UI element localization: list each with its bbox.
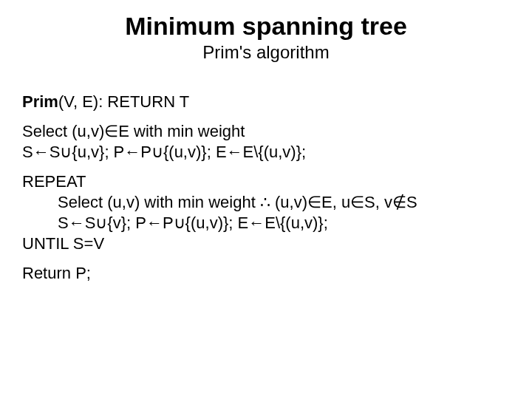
- algo-signature: (V, E): RETURN T: [58, 92, 189, 111]
- until-keyword: UNTIL S=V: [22, 234, 510, 253]
- slide-title: Minimum spanning tree: [22, 12, 510, 41]
- loop-assign: S←S∪{v}; P←P∪{(u,v)}; E←E\{(u,v)};: [22, 214, 510, 233]
- algo-header: Prim(V, E): RETURN T: [22, 92, 510, 112]
- slide-subtitle: Prim's algorithm: [22, 42, 510, 63]
- init-assign: S←S∪{u,v}; P←P∪{(u,v)}; E←E\{(u,v)};: [22, 143, 510, 162]
- repeat-keyword: REPEAT: [22, 172, 510, 191]
- algo-name: Prim: [22, 92, 58, 111]
- return-statement: Return P;: [22, 264, 510, 283]
- loop-block: REPEAT Select (u,v) with min weight ∴ (u…: [22, 172, 510, 253]
- init-select: Select (u,v)∈E with min weight: [22, 122, 510, 141]
- init-block: Select (u,v)∈E with min weight S←S∪{u,v}…: [22, 122, 510, 162]
- loop-select: Select (u,v) with min weight ∴ (u,v)∈E, …: [22, 193, 510, 212]
